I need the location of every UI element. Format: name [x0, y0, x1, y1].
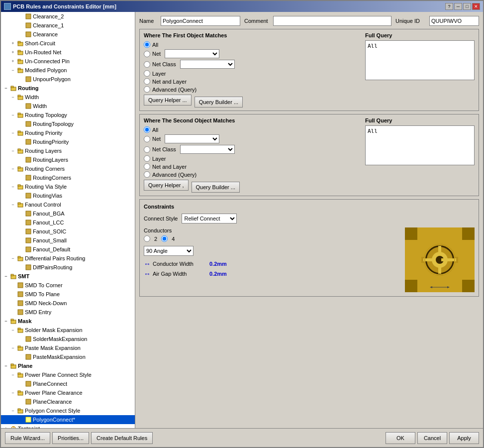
radio-all-1[interactable] [144, 41, 150, 48]
net-select-2[interactable] [165, 134, 219, 143]
tree-item-powerplaneconnect[interactable]: − Power Plane Connect Style [1, 370, 135, 379]
tree-item-routingvias-leaf[interactable]: RoutingVias [1, 191, 135, 200]
priorities-button[interactable]: Priorities... [52, 432, 89, 444]
radio-netclass-2[interactable] [144, 146, 150, 153]
radio-all-2[interactable] [144, 126, 150, 133]
tree-item-width[interactable]: − Width [1, 93, 135, 102]
rule-icon-fanout-lcc [25, 219, 32, 226]
ok-button[interactable]: OK [386, 432, 415, 444]
radio-row-net-1: Net [144, 49, 361, 58]
tree-item-fanoutcontrol[interactable]: − Fanout Control [1, 200, 135, 209]
rule-icon-routingpriority [25, 138, 32, 145]
rule-wizard-button[interactable]: Rule Wizard... [5, 432, 50, 444]
tree-item-unpouredpolygon[interactable]: UnpourPolygon [1, 75, 135, 84]
tree-item-smttoplane[interactable]: SMD To Plane [1, 290, 135, 299]
radio-netandlayer-2[interactable] [144, 163, 150, 170]
minimize-button[interactable]: ─ [454, 3, 462, 10]
tree-item-routingpriority-leaf[interactable]: RoutingPriority [1, 137, 135, 146]
angle-select[interactable]: 90 Angle 45 Angle [144, 246, 194, 256]
radio-netclass-1[interactable] [144, 61, 150, 68]
tree-item-shortcircuit[interactable]: + Short-Circuit [1, 39, 135, 48]
radio-advquery-2[interactable] [144, 171, 150, 178]
label-planeconnect-leaf: PlaneConnect [33, 381, 134, 387]
tree-item-smtentry[interactable]: SMD Entry [1, 308, 135, 317]
tree-item-unconnectedpin[interactable]: + Un-Connected Pin [1, 57, 135, 66]
tree-item-routingtopology-leaf[interactable]: RoutingTopology [1, 119, 135, 128]
name-input[interactable] [161, 16, 240, 26]
radio-net-1[interactable] [144, 51, 150, 57]
tree-item-fanout-small[interactable]: Fanout_Small [1, 236, 135, 245]
radio-net-2[interactable] [144, 136, 150, 142]
tree-item-routingpriority[interactable]: − Routing Priority [1, 128, 135, 137]
label-smttoplane: SMD To Plane [25, 291, 134, 297]
tree-item-fanout-lcc[interactable]: Fanout_LCC [1, 218, 135, 227]
tree-item-testpoint[interactable]: + Testpoint [1, 424, 135, 428]
rule-icon-routingtopology [25, 120, 32, 127]
apply-button[interactable]: Apply [449, 432, 479, 444]
tree-item-routingcorners[interactable]: − Routing Corners [1, 164, 135, 173]
tree-item-clearance2[interactable]: Clearance_2 [1, 12, 135, 21]
tree-item-diffpairsrouting-leaf[interactable]: DiffPairsRouting [1, 263, 135, 272]
tree-item-routingviastyle[interactable]: − Routing Via Style [1, 182, 135, 191]
radio-layer-1[interactable] [144, 70, 150, 77]
label-routingviastyle: Routing Via Style [25, 184, 134, 190]
tree-item-smttocorner[interactable]: SMD To Corner [1, 281, 135, 290]
uid-input[interactable] [429, 16, 479, 26]
tree-item-polygonconnect-leaf[interactable]: PolygonConnect* [1, 415, 135, 424]
query-builder-btn-1[interactable]: Query Builder ... [194, 97, 243, 108]
tree-item-width-leaf[interactable]: Width [1, 102, 135, 111]
tree-item-unroutednet[interactable]: + Un-Routed Net [1, 48, 135, 57]
svg-rect-40 [18, 256, 20, 258]
tree-item-modifiedpolygon[interactable]: − Modified Polygon [1, 66, 135, 75]
content-area: Clearance_2 Clearance_1 Clearance + Shor… [1, 12, 483, 428]
maximize-button[interactable]: □ [463, 3, 471, 10]
tree-item-routinglayers-leaf[interactable]: RoutingLayers [1, 155, 135, 164]
close-button[interactable]: ✕ [472, 3, 480, 10]
tree-item-routingcorners-leaf[interactable]: RoutingCorners [1, 173, 135, 182]
tree-item-planeclearance-leaf[interactable]: PlaneClearance [1, 397, 135, 406]
cancel-button[interactable]: Cancel [417, 432, 447, 444]
tree-item-smtneckdown[interactable]: SMD Neck-Down [1, 299, 135, 308]
tree-item-fanout-default[interactable]: Fanout_Default [1, 245, 135, 254]
help-button[interactable]: ? [445, 3, 453, 10]
tree-item-clearance[interactable]: Clearance [1, 30, 135, 39]
tree-item-smt[interactable]: − SMT [1, 272, 135, 281]
connect-style-select[interactable]: Relief Connect Direct Connect No Connect [182, 214, 237, 224]
tree-item-soldermaskexp-leaf[interactable]: SolderMaskExpansion [1, 335, 135, 343]
radio-advquery-1[interactable] [144, 86, 150, 93]
query-builder-btn-2[interactable]: Query Builder ... [192, 182, 240, 193]
expand-routing: − [2, 84, 10, 92]
expand-width-leaf [17, 102, 25, 110]
comment-input[interactable] [273, 16, 391, 26]
rule-icon-polygonconnect [25, 416, 32, 423]
tree-item-planeconnect-leaf[interactable]: PlaneConnect [1, 379, 135, 388]
radio-netandlayer-1[interactable] [144, 78, 150, 85]
label-fanoutcontrol: Fanout Control [25, 202, 134, 208]
query-helper-btn-1[interactable]: Query Helper ... [144, 95, 192, 106]
radio-layer-2[interactable] [144, 155, 150, 162]
radio-conductors-2[interactable] [144, 235, 150, 242]
tree-item-soldermaskexp[interactable]: − Solder Mask Expansion [1, 326, 135, 335]
tree-item-pastemaskexp[interactable]: − Paste Mask Expansion [1, 343, 135, 352]
net-select-1[interactable] [165, 49, 219, 58]
tree-item-pastemaskexp-leaf[interactable]: PasteMaskExpansion [1, 352, 135, 361]
create-default-rules-button[interactable]: Create Default Rules [91, 432, 153, 444]
tree-item-routingtopology[interactable]: − Routing Topology [1, 111, 135, 119]
netclass-select-2[interactable] [180, 145, 235, 154]
tree-item-clearance1[interactable]: Clearance_1 [1, 21, 135, 30]
tree-item-routinglayers[interactable]: − Routing Layers [1, 146, 135, 155]
tree-item-plane[interactable]: − Plane [1, 361, 135, 370]
tree-item-polygonconnectstyle[interactable]: − Polygon Connect Style [1, 406, 135, 415]
tree-item-mask[interactable]: − Mask [1, 317, 135, 326]
tree-item-fanout-soic[interactable]: Fanout_SOIC [1, 227, 135, 236]
tree-item-fanout-bga[interactable]: Fanout_BGA [1, 209, 135, 218]
first-object-query-col: Full Query All [365, 32, 475, 108]
tree-item-powerplaneclearance[interactable]: − Power Plane Clearance [1, 388, 135, 397]
query-helper-btn-2[interactable]: Query Helper , [144, 180, 189, 191]
netclass-select-1[interactable] [180, 60, 235, 69]
radio-conductors-4[interactable] [161, 235, 168, 242]
tree-item-diffpairsrouting[interactable]: − Differential Pairs Routing [1, 254, 135, 263]
tree-item-routing[interactable]: − Routing [1, 84, 135, 93]
conductor-width-label: Conductor Width [153, 261, 207, 267]
svg-rect-38 [26, 247, 31, 252]
